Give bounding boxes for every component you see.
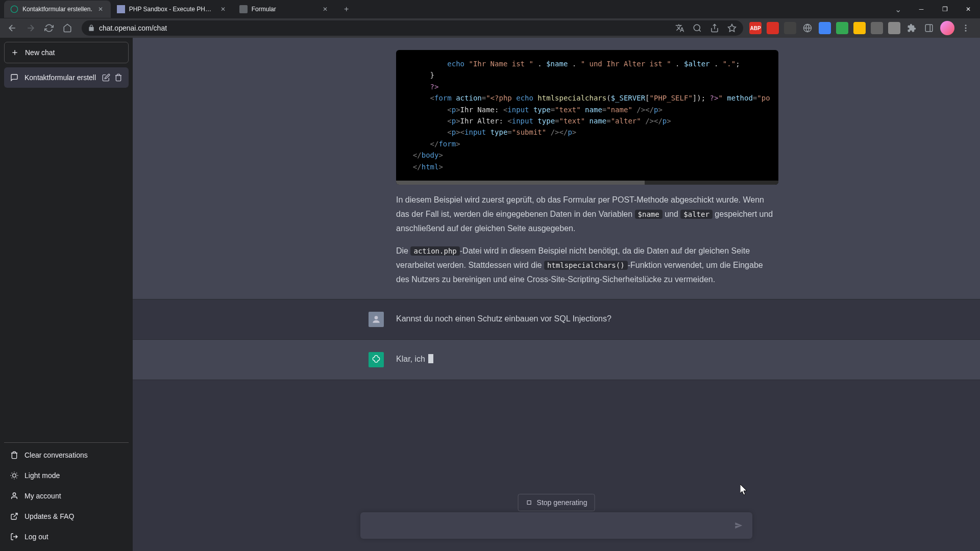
svg-rect-5 <box>925 24 933 32</box>
updates-faq-button[interactable]: Updates & FAQ <box>4 506 129 527</box>
external-link-icon <box>10 512 18 520</box>
address-bar: chat.openai.com/chat ABP <box>0 18 980 38</box>
trash-icon[interactable] <box>114 73 122 82</box>
stop-icon <box>526 499 533 506</box>
extensions-menu-icon[interactable] <box>905 22 918 34</box>
assistant-text: Die action.php-Datei wird in diesem Beis… <box>396 244 778 287</box>
user-text: Kannst du noch einen Schutz einbauen vor… <box>396 312 744 327</box>
code-scrollbar[interactable] <box>396 181 778 185</box>
extension-icon[interactable] <box>819 22 831 34</box>
trash-icon <box>10 451 18 459</box>
bookmark-icon[interactable] <box>727 23 737 33</box>
svg-point-8 <box>965 28 967 29</box>
clear-conversations-button[interactable]: Clear conversations <box>4 445 129 465</box>
extension-icons: ABP <box>749 21 976 35</box>
profile-avatar[interactable] <box>940 21 954 35</box>
edit-icon[interactable] <box>102 73 110 82</box>
svg-rect-2 <box>239 5 248 13</box>
minimize-button[interactable]: ─ <box>910 0 933 18</box>
logout-icon <box>10 533 18 541</box>
menu-icon[interactable] <box>960 22 972 34</box>
close-icon[interactable]: ✕ <box>96 5 105 13</box>
typing-cursor-icon <box>428 354 433 363</box>
faq-label: Updates & FAQ <box>24 512 74 520</box>
svg-point-0 <box>11 6 17 12</box>
extension-icon[interactable] <box>871 22 883 34</box>
inline-code: htmlspecialchars() <box>544 261 628 270</box>
extension-icon[interactable] <box>784 22 796 34</box>
zoom-icon[interactable] <box>692 23 702 33</box>
mouse-cursor-icon <box>740 484 749 496</box>
main-content: echo "Ihr Name ist " . $name . " und Ihr… <box>133 38 980 551</box>
code-content[interactable]: echo "Ihr Name ist " . $name . " und Ihr… <box>396 50 778 181</box>
logout-button[interactable]: Log out <box>4 527 129 547</box>
svg-rect-23 <box>527 501 531 505</box>
extension-icon[interactable] <box>888 22 900 34</box>
url-text: chat.openai.com/chat <box>99 24 167 32</box>
svg-rect-1 <box>117 5 125 13</box>
extension-icon[interactable] <box>853 22 866 34</box>
my-account-button[interactable]: My account <box>4 486 129 506</box>
code-block: echo "Ihr Name ist " . $name . " und Ihr… <box>396 50 778 185</box>
svg-point-7 <box>965 24 967 26</box>
tab-title: PHP Sandbox - Execute PHP cod <box>129 6 215 13</box>
close-icon[interactable]: ✕ <box>219 5 227 13</box>
assistant-message: echo "Ihr Name ist " . $name . " und Ihr… <box>133 38 980 299</box>
sun-icon <box>10 471 18 480</box>
browser-tab-1[interactable]: PHP Sandbox - Execute PHP cod ✕ <box>111 1 233 18</box>
tab-bar: Kontaktformular erstellen. ✕ PHP Sandbox… <box>0 0 980 18</box>
logout-label: Log out <box>24 533 48 541</box>
message-input[interactable] <box>369 519 729 532</box>
account-label: My account <box>24 492 61 500</box>
extension-icon[interactable] <box>836 22 848 34</box>
back-button[interactable] <box>4 20 20 36</box>
svg-line-20 <box>16 473 17 473</box>
chat-history-item[interactable]: Kontaktformular erstell <box>4 67 129 88</box>
new-chat-button[interactable]: New chat <box>4 42 129 63</box>
sidepanel-icon[interactable] <box>923 22 935 34</box>
inline-code: action.php <box>410 246 459 256</box>
svg-line-16 <box>16 478 17 478</box>
home-button[interactable] <box>59 20 76 36</box>
chat-scroll[interactable]: echo "Ihr Name ist " . $name . " und Ihr… <box>133 38 980 504</box>
forward-button[interactable] <box>22 20 39 36</box>
page-favicon-icon <box>239 5 248 13</box>
stop-generating-button[interactable]: Stop generating <box>518 494 595 511</box>
user-avatar <box>369 312 384 327</box>
assistant-streaming-text: Klar, ich <box>396 352 744 367</box>
light-mode-label: Light mode <box>24 471 60 480</box>
svg-point-9 <box>965 30 967 32</box>
share-icon[interactable] <box>709 23 720 33</box>
user-icon <box>10 492 18 500</box>
translate-icon[interactable] <box>675 23 685 33</box>
tab-overflow-icon[interactable]: ⌄ <box>886 0 910 18</box>
tab-title: Kontaktformular erstellen. <box>22 6 92 13</box>
url-bar[interactable]: chat.openai.com/chat <box>82 20 743 36</box>
globe-extension-icon[interactable] <box>801 22 814 34</box>
php-favicon-icon <box>117 5 125 13</box>
inline-code: $name <box>635 210 663 219</box>
clear-label: Clear conversations <box>24 451 88 459</box>
extension-icon[interactable] <box>767 22 779 34</box>
plus-icon <box>11 48 19 57</box>
lock-icon <box>88 24 95 32</box>
chat-item-title: Kontaktformular erstell <box>24 73 96 82</box>
assistant-message-streaming: Klar, ich <box>133 340 980 380</box>
send-button[interactable] <box>731 518 746 533</box>
inline-code: $alter <box>680 210 713 219</box>
browser-tab-0[interactable]: Kontaktformular erstellen. ✕ <box>4 1 111 18</box>
abp-extension-icon[interactable]: ABP <box>749 22 762 34</box>
assistant-text: In diesem Beispiel wird zuerst geprüft, … <box>396 193 778 236</box>
assistant-avatar <box>369 352 384 367</box>
new-chat-label: New chat <box>25 48 55 57</box>
close-icon[interactable]: ✕ <box>321 5 329 13</box>
light-mode-button[interactable]: Light mode <box>4 465 129 486</box>
browser-tab-2[interactable]: Formular ✕ <box>233 1 335 18</box>
maximize-button[interactable]: ❐ <box>933 0 957 18</box>
reload-button[interactable] <box>41 20 57 36</box>
chat-icon <box>10 73 18 82</box>
new-tab-button[interactable]: + <box>339 2 354 16</box>
message-input-box[interactable] <box>360 512 752 539</box>
openai-favicon-icon <box>10 5 18 13</box>
close-window-button[interactable]: ✕ <box>957 0 980 18</box>
